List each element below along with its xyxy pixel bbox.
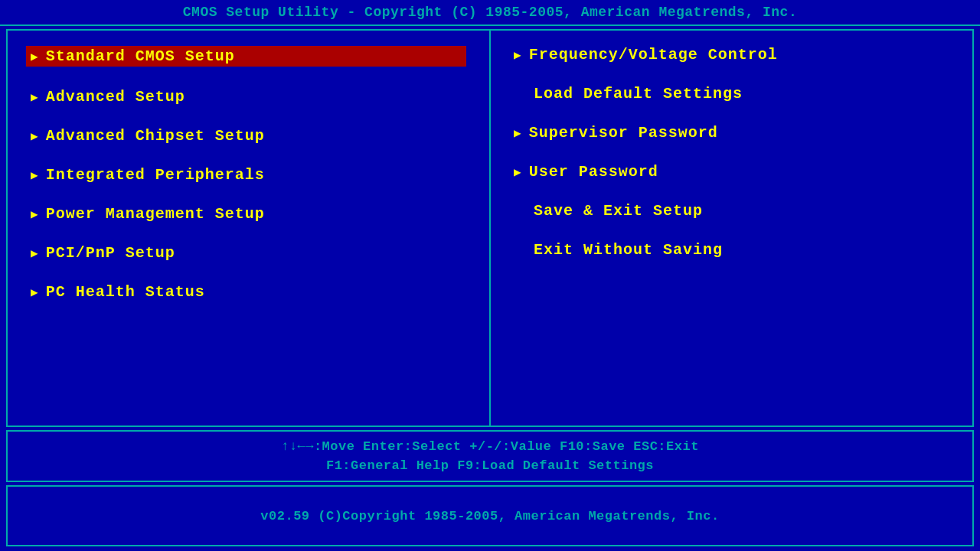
right-panel: ▶Frequency/Voltage ControlLoad Default S… <box>491 31 972 425</box>
arrow-icon: ▶ <box>31 129 38 144</box>
left-menu-item-integrated-peripherals[interactable]: ▶Integrated Peripherals <box>31 166 466 184</box>
menu-item-label: PCI/PnP Setup <box>46 244 175 262</box>
arrow-icon: ▶ <box>31 285 38 300</box>
bottom-copyright: v02.59 (C)Copyright 1985-2005, American … <box>260 509 719 523</box>
left-menu-item-pc-health-status[interactable]: ▶PC Health Status <box>31 283 466 301</box>
menu-item-label: Standard CMOS Setup <box>46 47 235 65</box>
menu-item-label: Advanced Chipset Setup <box>46 127 265 145</box>
menu-item-label: Load Default Settings <box>534 85 743 103</box>
left-menu-item-standard-cmos-setup[interactable]: ▶Standard CMOS Setup <box>26 46 466 67</box>
left-menu-item-advanced-setup[interactable]: ▶Advanced Setup <box>31 88 466 106</box>
status-line2: F1:General Help F9:Load Default Settings <box>8 458 972 473</box>
arrow-icon: ▶ <box>514 165 521 180</box>
right-menu-item-load-default-settings[interactable]: Load Default Settings <box>514 85 949 103</box>
right-menu-item-save-exit-setup[interactable]: Save & Exit Setup <box>514 202 949 220</box>
menu-item-label: User Password <box>529 163 658 181</box>
arrow-icon: ▶ <box>31 90 38 105</box>
arrow-icon: ▶ <box>514 47 521 63</box>
arrow-icon: ▶ <box>31 207 38 222</box>
left-menu-item-pci-pnp-setup[interactable]: ▶PCI/PnP Setup <box>31 244 466 262</box>
menu-area: ▶Standard CMOS Setup▶Advanced Setup▶Adva… <box>6 29 974 427</box>
status-bar: ↑↓←→:Move Enter:Select +/-/:Value F10:Sa… <box>6 430 974 482</box>
menu-item-label: Integrated Peripherals <box>46 166 265 184</box>
menu-item-label: Frequency/Voltage Control <box>529 46 778 64</box>
menu-item-label: Exit Without Saving <box>534 241 723 259</box>
right-menu-item-exit-without-saving[interactable]: Exit Without Saving <box>514 241 949 259</box>
right-menu-item-user-password[interactable]: ▶User Password <box>514 163 949 181</box>
arrow-icon: ▶ <box>31 246 38 261</box>
menu-item-label: PC Health Status <box>46 283 205 301</box>
menu-item-label: Supervisor Password <box>529 124 718 142</box>
status-line1: ↑↓←→:Move Enter:Select +/-/:Value F10:Sa… <box>8 439 972 454</box>
main-container: ▶Standard CMOS Setup▶Advanced Setup▶Adva… <box>0 26 980 549</box>
left-panel: ▶Standard CMOS Setup▶Advanced Setup▶Adva… <box>8 31 491 425</box>
title-bar: CMOS Setup Utility - Copyright (C) 1985-… <box>0 0 980 26</box>
right-menu-item-frequency-voltage-control[interactable]: ▶Frequency/Voltage Control <box>514 46 949 64</box>
arrow-icon: ▶ <box>31 168 38 183</box>
left-menu-item-power-management-setup[interactable]: ▶Power Management Setup <box>31 205 466 223</box>
menu-item-label: Advanced Setup <box>46 88 185 106</box>
arrow-icon: ▶ <box>514 126 521 141</box>
menu-item-label: Save & Exit Setup <box>534 202 703 220</box>
left-menu-item-advanced-chipset-setup[interactable]: ▶Advanced Chipset Setup <box>31 127 466 145</box>
right-menu-item-supervisor-password[interactable]: ▶Supervisor Password <box>514 124 949 142</box>
title-text: CMOS Setup Utility - Copyright (C) 1985-… <box>183 5 797 20</box>
menu-item-label: Power Management Setup <box>46 205 265 223</box>
bottom-area: v02.59 (C)Copyright 1985-2005, American … <box>6 485 974 546</box>
arrow-icon: ▶ <box>31 49 38 64</box>
